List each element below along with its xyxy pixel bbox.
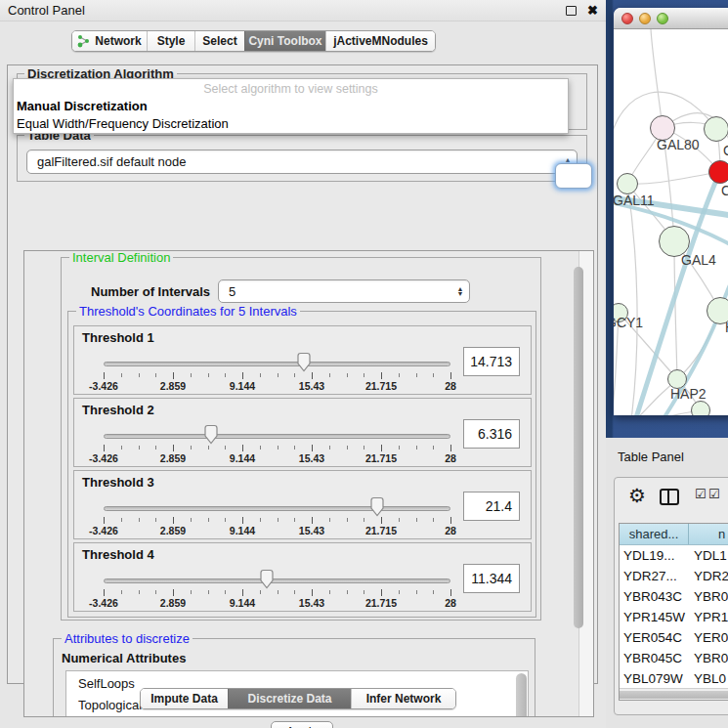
close-icon[interactable]: ✖ xyxy=(587,3,598,18)
tick-mark xyxy=(242,589,243,596)
attribute-list-item[interactable]: BetweennessCentrality xyxy=(78,715,528,717)
cell-shared-name[interactable]: YDR27... xyxy=(620,569,689,583)
column-header-name[interactable]: n xyxy=(689,524,728,544)
threshold-4-slider[interactable]: -3.4262.8599.14415.4321.71528 xyxy=(104,569,450,612)
scrollbar-thumb[interactable] xyxy=(574,267,583,628)
tick-label: 21.715 xyxy=(365,380,397,392)
tab-jactivemnodules[interactable]: jActiveMNodules xyxy=(325,31,435,51)
node-attribute-table[interactable]: shared... n YDL19...YDL1YDR27...YDR2YBR0… xyxy=(619,523,728,701)
column-header-shared[interactable]: shared... xyxy=(620,524,689,544)
threshold-3-slider[interactable]: -3.4262.8599.14415.4321.71528 xyxy=(104,496,450,539)
slider-track[interactable] xyxy=(104,578,450,583)
table-row[interactable]: YPR145WYPR1 xyxy=(620,607,728,627)
tab-infer-network[interactable]: Infer Network xyxy=(351,689,455,708)
cell-shared-name[interactable]: YBR045C xyxy=(620,651,689,665)
cell-shared-name[interactable]: YER054C xyxy=(620,630,689,645)
threshold-3-value[interactable]: 21.4 xyxy=(463,492,520,521)
cell-name[interactable]: YDR2 xyxy=(689,569,728,583)
network-node-ga[interactable] xyxy=(704,116,728,142)
threshold-2-value[interactable]: 6.316 xyxy=(463,419,520,449)
table-header: shared... n xyxy=(620,524,728,545)
cell-shared-name[interactable]: YDL19... xyxy=(620,548,689,563)
table-row[interactable]: YDR27...YDR2 xyxy=(620,566,728,586)
tick-label: 21.715 xyxy=(365,597,397,609)
float-window-icon[interactable] xyxy=(566,6,577,16)
table-row[interactable]: YER054CYER0 xyxy=(620,627,728,648)
algorithm-option-equal-width[interactable]: Equal Width/Frequency Discretization xyxy=(17,116,565,131)
scrollbar-thumb[interactable] xyxy=(619,691,728,699)
network-view-window: GAL80GACGAL11GAL4GCY1HHAP2 xyxy=(614,8,728,415)
tick-mark xyxy=(364,590,364,594)
tick-mark xyxy=(329,590,330,594)
cell-name[interactable]: YER0 xyxy=(689,630,728,645)
tick-mark xyxy=(155,446,156,450)
tick-mark xyxy=(104,589,105,596)
tick-mark xyxy=(278,518,278,522)
checkbox-icon[interactable]: ☑ xyxy=(708,487,720,501)
slider-track[interactable] xyxy=(104,506,450,511)
cell-shared-name[interactable]: YBR043C xyxy=(620,589,689,604)
cell-shared-name[interactable]: YPR145W xyxy=(620,610,689,624)
slider-thumb[interactable] xyxy=(369,496,385,518)
thresholds-group-title: Threshold's Coordinates for 5 Intervals xyxy=(76,304,300,319)
table-horizontal-scrollbar[interactable] xyxy=(620,688,728,700)
network-node[interactable] xyxy=(691,401,710,415)
columns-icon[interactable] xyxy=(660,489,679,505)
tick-label: -3.426 xyxy=(89,525,118,536)
tab-style[interactable]: Style xyxy=(147,31,194,51)
gear-icon[interactable]: ⚙ xyxy=(628,484,646,507)
tab-select[interactable]: Select xyxy=(194,31,244,51)
table-row[interactable]: YBR043CYBR0 xyxy=(620,586,728,607)
network-canvas[interactable]: GAL80GACGAL11GAL4GCY1HHAP2 xyxy=(614,29,728,415)
tick-mark xyxy=(225,518,226,522)
tick-mark xyxy=(225,446,226,450)
tick-label: 28 xyxy=(445,525,456,536)
slider-thumb[interactable] xyxy=(203,424,219,446)
minimize-traffic-light-icon[interactable] xyxy=(639,13,651,24)
tick-mark xyxy=(364,373,364,377)
checkbox-icon[interactable]: ☑ xyxy=(695,487,707,501)
table-row[interactable]: YBR045CYBR0 xyxy=(620,648,728,668)
slider-track[interactable] xyxy=(104,362,450,366)
zoom-traffic-light-icon[interactable] xyxy=(657,13,668,24)
tab-impute-data[interactable]: Impute Data xyxy=(141,689,228,708)
threshold-4-value[interactable]: 11.344 xyxy=(463,564,520,593)
cell-name[interactable]: YBR0 xyxy=(689,589,728,604)
slider-thumb[interactable] xyxy=(259,569,275,590)
cell-name[interactable]: YDL1 xyxy=(689,548,728,563)
settings-vertical-scrollbar[interactable] xyxy=(578,251,593,716)
network-window-titlebar[interactable] xyxy=(614,8,728,29)
apply-button[interactable]: Apply xyxy=(271,721,333,728)
settings-scrollpane: Interval Definition Number of Intervals … xyxy=(23,250,594,717)
close-traffic-light-icon[interactable] xyxy=(621,13,633,24)
cell-name[interactable]: YBL0 xyxy=(689,671,728,686)
tick-mark xyxy=(399,373,400,377)
cell-name[interactable]: YPR1 xyxy=(689,610,728,624)
threshold-2-panel: Threshold 2 -3.4262.8599.14415.4321.7152… xyxy=(73,398,532,467)
table-data-combobox[interactable]: galFiltered.sif default node ▲▼ xyxy=(26,150,578,174)
table-row[interactable]: YDL19...YDL1 xyxy=(620,545,728,566)
cell-shared-name[interactable]: YBL079W xyxy=(620,671,689,686)
algorithm-combobox[interactable] xyxy=(555,163,592,189)
tick-mark xyxy=(104,372,105,379)
tab-network[interactable]: Network xyxy=(72,31,147,51)
threshold-1-slider[interactable]: -3.4262.8599.14415.4321.71528 xyxy=(104,352,450,395)
slider-track[interactable] xyxy=(104,434,450,439)
tab-discretize-data[interactable]: Discretize Data xyxy=(228,689,351,708)
threshold-1-value[interactable]: 14.713 xyxy=(463,347,520,376)
tick-mark xyxy=(155,590,156,594)
number-of-intervals-spinner[interactable]: 5 ▲▼ xyxy=(218,279,470,303)
tick-mark xyxy=(242,517,243,524)
table-row[interactable]: YBL079WYBL0 xyxy=(620,668,728,689)
tab-cyni-toolbox[interactable]: Cyni Toolbox xyxy=(244,31,325,51)
top-tab-bar: Network Style Select Cyni Toolbox jActiv… xyxy=(71,30,436,52)
cell-name[interactable]: YBR0 xyxy=(689,651,728,665)
slider-thumb[interactable] xyxy=(296,352,312,373)
network-node-c[interactable] xyxy=(708,160,728,184)
tick-mark xyxy=(191,373,192,377)
attributes-list-scrollbar[interactable] xyxy=(516,673,527,717)
tick-mark xyxy=(329,446,330,450)
algorithm-option-manual[interactable]: Manual Discretization xyxy=(17,99,565,113)
network-node-gal11[interactable] xyxy=(617,173,638,194)
threshold-2-slider[interactable]: -3.4262.8599.14415.4321.71528 xyxy=(104,424,450,467)
